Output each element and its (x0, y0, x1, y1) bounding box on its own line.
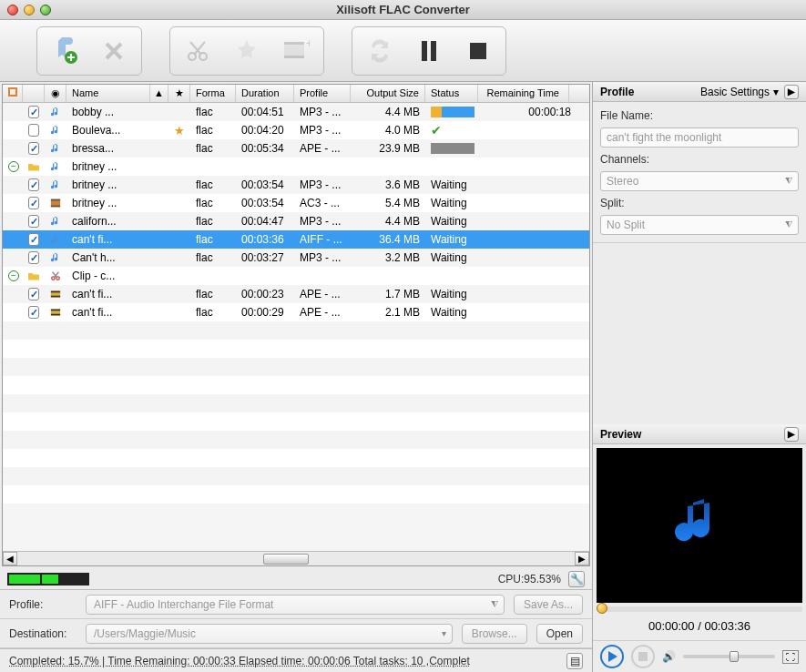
basic-settings-dropdown[interactable]: Basic Settings ▾ (700, 86, 779, 98)
status-text: Completed: 15.7% | Time Remaining: 00:00… (9, 655, 470, 667)
table-row[interactable]: californ...flac00:04:47MP3 - ...4.4 MBWa… (3, 212, 589, 230)
svg-rect-17 (51, 296, 60, 298)
destination-label: Destination: (9, 627, 77, 640)
table-row[interactable]: Bouleva...★flac00:04:20MP3 - ...4.0 MB✔ (3, 121, 589, 139)
col-remaining[interactable]: Remaining Time (478, 85, 569, 102)
col-media[interactable]: ◉ (45, 85, 66, 102)
table-row[interactable]: can't fi...flac00:03:36AIFF - ...36.4 MB… (3, 230, 589, 249)
destination-select[interactable]: /Users/Maggie/Music ▾ (86, 624, 453, 644)
profile-settings: File Name: can't fight the moonlight Cha… (593, 102, 806, 243)
destination-panel: Destination: /Users/Maggie/Music ▾ Brows… (0, 619, 592, 648)
col-size[interactable]: Output Size (351, 85, 425, 102)
title-bar: Xilisoft FLAC Converter (0, 0, 806, 20)
svg-rect-5 (284, 56, 304, 58)
table-row[interactable]: britney ...flac00:03:54MP3 - ...3.6 MBWa… (3, 176, 589, 194)
horizontal-scrollbar[interactable]: ◀ ▶ (3, 551, 589, 565)
settings-icon[interactable]: 🔧 (568, 571, 585, 587)
pause-button[interactable] (409, 31, 449, 71)
convert-button[interactable] (360, 31, 400, 71)
svg-rect-11 (51, 199, 60, 201)
col-name[interactable]: Name (66, 85, 150, 102)
table-row[interactable]: bobby ...flac00:04:51MP3 - ...4.4 MB25.0… (3, 103, 589, 121)
table-row[interactable]: can't fi...flac00:00:23APE - ...1.7 MBWa… (3, 285, 589, 303)
profile-select[interactable]: AIFF - Audio Interchange File Format ⧨ (86, 595, 505, 615)
preview-header: Preview ▶ (593, 424, 806, 444)
col-format[interactable]: Forma (190, 85, 236, 102)
col-profile[interactable]: Profile (294, 85, 351, 102)
preview-area (597, 448, 802, 603)
add-file-button[interactable] (45, 31, 85, 71)
table-row[interactable]: britney ...flac00:03:54AC3 - ...5.4 MBWa… (3, 194, 589, 212)
table-row[interactable]: can't fi...flac00:00:29APE - ...2.1 MBWa… (3, 303, 589, 321)
cpu-gauge (7, 573, 89, 585)
preview-time: 00:00:00 / 00:03:36 (593, 612, 806, 640)
col-mark[interactable] (3, 85, 23, 102)
volume-slider[interactable] (683, 655, 775, 658)
col-check[interactable] (23, 85, 45, 102)
profile-panel: Profile: AIFF - Audio Interchange File F… (0, 590, 592, 619)
svg-rect-12 (51, 206, 60, 208)
svg-rect-4 (284, 42, 304, 45)
toolbar: + (0, 20, 806, 82)
channels-select[interactable]: Stereo⧨ (600, 171, 799, 191)
status-bar: Completed: 15.7% | Time Remaining: 00:00… (0, 648, 592, 672)
scroll-left-icon[interactable]: ◀ (3, 552, 17, 565)
snapshot-icon[interactable]: ⛶ (782, 650, 799, 664)
profile-header: Profile Basic Settings ▾ ▶ (593, 82, 806, 102)
col-duration[interactable]: Duration (236, 85, 294, 102)
transport-controls: 🔊 ⛶ (593, 640, 806, 672)
svg-rect-19 (51, 310, 60, 311)
scroll-right-icon[interactable]: ▶ (575, 552, 589, 565)
play-button[interactable] (600, 645, 624, 668)
profile-label: Profile: (9, 598, 77, 611)
table-row[interactable]: bressa...flac00:05:34APE - ...23.9 MB (3, 139, 589, 158)
svg-rect-20 (51, 314, 60, 316)
seek-slider[interactable] (597, 606, 802, 612)
col-sort[interactable]: ▲ (150, 85, 168, 102)
volume-icon[interactable]: 🔊 (662, 650, 676, 663)
svg-rect-8 (431, 41, 436, 61)
open-button[interactable]: Open (536, 624, 583, 644)
col-star[interactable]: ★ (168, 85, 190, 102)
svg-text:+: + (306, 38, 310, 50)
table-header: ◉ Name ▲ ★ Forma Duration Profile Output… (3, 85, 589, 103)
svg-rect-16 (51, 291, 60, 293)
table-row[interactable]: −Clip - c... (3, 267, 589, 285)
channels-label: Channels: (600, 153, 799, 166)
stop-preview-button[interactable] (631, 645, 655, 668)
clip-button[interactable]: + (276, 31, 316, 71)
table-row[interactable]: Can't h...flac00:03:27MP3 - ...3.2 MBWai… (3, 249, 589, 267)
expand-preview-icon[interactable]: ▶ (784, 427, 799, 442)
svg-rect-21 (638, 652, 648, 661)
svg-rect-9 (470, 43, 486, 59)
stop-button[interactable] (458, 31, 498, 71)
cpu-bar: CPU:95.53% 🔧 (0, 568, 592, 590)
file-table: ◉ Name ▲ ★ Forma Duration Profile Output… (2, 84, 590, 566)
expand-profile-icon[interactable]: ▶ (784, 85, 799, 99)
cut-button[interactable] (178, 31, 218, 71)
col-status[interactable]: Status (425, 85, 478, 102)
table-row[interactable]: −britney ... (3, 158, 589, 176)
browse-button[interactable]: Browse... (462, 624, 527, 644)
svg-rect-7 (422, 41, 427, 61)
filename-label: File Name: (600, 109, 799, 122)
cpu-label: CPU:95.53% (498, 573, 561, 585)
window-title: Xilisoft FLAC Converter (0, 3, 806, 16)
split-label: Split: (600, 197, 799, 209)
remove-button[interactable] (94, 31, 134, 71)
filename-input[interactable]: can't fight the moonlight (600, 127, 799, 148)
save-as-button[interactable]: Save As... (514, 595, 583, 615)
log-icon[interactable]: ▤ (566, 653, 583, 669)
effects-button[interactable] (227, 31, 267, 71)
split-select[interactable]: No Split⧨ (600, 215, 799, 235)
